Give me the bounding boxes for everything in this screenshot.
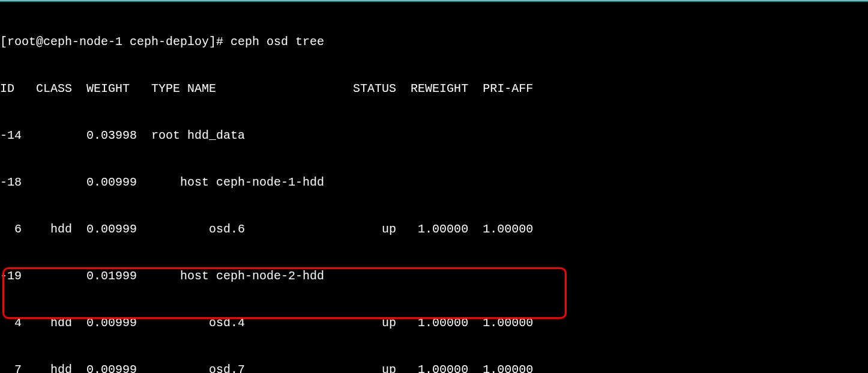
prompt-1: [root@ceph-node-1 ceph-deploy]# bbox=[0, 35, 231, 49]
tree-row: -18 0.00999 host ceph-node-1-hdd bbox=[0, 175, 868, 190]
tree-row: -14 0.03998 root hdd_data bbox=[0, 128, 868, 144]
tree-row: -19 0.01999 host ceph-node-2-hdd bbox=[0, 268, 868, 284]
terminal[interactable]: [root@ceph-node-1 ceph-deploy]# ceph osd… bbox=[0, 3, 868, 373]
prompt-line-1: [root@ceph-node-1 ceph-deploy]# ceph osd… bbox=[0, 34, 868, 50]
tree-row: 4 hdd 0.00999 osd.4 up 1.00000 1.00000 bbox=[0, 315, 868, 331]
tree-row: 7 hdd 0.00999 osd.7 up 1.00000 1.00000 bbox=[0, 362, 868, 373]
tree-row: 6 hdd 0.00999 osd.6 up 1.00000 1.00000 bbox=[0, 222, 868, 237]
command-1: ceph osd tree bbox=[231, 35, 324, 49]
tree-header: ID CLASS WEIGHT TYPE NAME STATUS REWEIGH… bbox=[0, 81, 868, 97]
